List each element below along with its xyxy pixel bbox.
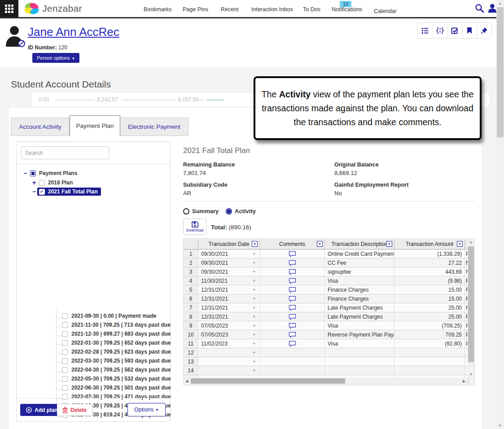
comments-cell[interactable] — [260, 348, 325, 357]
payment-plans-checkbox[interactable] — [30, 171, 36, 176]
installment-checkbox[interactable] — [62, 322, 68, 328]
filter-icon[interactable]: ▼ — [252, 241, 258, 247]
dropdown-arrow-icon[interactable]: ▼ — [253, 333, 256, 336]
radio-activity[interactable]: Activity — [226, 208, 256, 214]
radio-unselected-icon[interactable] — [183, 208, 189, 214]
comment-bubble-icon[interactable] — [289, 332, 296, 338]
filter-icon[interactable]: ▼ — [386, 241, 392, 247]
tab-electronic-payment[interactable]: Electronic Payment — [120, 118, 188, 136]
comment-bubble-icon[interactable] — [289, 323, 296, 329]
transaction-date-cell[interactable]: ▼ — [198, 366, 260, 375]
transaction-row[interactable]: 612/31/2021▼Finance Charges15.00F — [184, 294, 468, 303]
installment-checkbox[interactable] — [62, 367, 68, 373]
comments-cell[interactable] — [260, 366, 325, 375]
dropdown-arrow-icon[interactable]: ▼ — [253, 288, 256, 291]
scroll-down-arrow-icon[interactable]: ▼ — [496, 422, 504, 429]
installment-checkbox[interactable] — [62, 340, 68, 346]
transaction-date-cell[interactable]: 07/05/2023▼ — [198, 321, 260, 330]
nav-interaction-inbox[interactable]: Interaction Inbox — [251, 6, 293, 13]
radio-summary[interactable]: Summary — [183, 208, 219, 214]
nav-page-pins[interactable]: Page Pins — [183, 6, 208, 13]
tree-installment-item[interactable]: 2022-01-30 | 709.25 | 652 days past due — [56, 338, 171, 347]
scroll-right-arrow-icon[interactable]: ▶ — [461, 379, 467, 383]
dropdown-arrow-icon[interactable]: ▼ — [253, 360, 256, 363]
transaction-date-cell[interactable]: ▼ — [198, 357, 260, 366]
installment-checkbox[interactable] — [62, 385, 68, 391]
dropdown-arrow-icon[interactable]: ▼ — [253, 279, 256, 282]
comments-cell[interactable] — [260, 276, 325, 285]
transaction-row[interactable]: 14▼ — [184, 366, 468, 375]
search-input[interactable] — [21, 146, 109, 159]
dropdown-arrow-icon[interactable]: ▼ — [253, 342, 256, 345]
tree-installment-item[interactable]: 2022-03-30 | 709.25 | 593 days past due — [56, 356, 171, 365]
installment-checkbox[interactable] — [62, 358, 68, 364]
tree-installment-item[interactable]: 2022-04-30 | 709.25 | 562 days past due — [56, 365, 171, 374]
transaction-date-cell[interactable]: ▼ — [198, 348, 260, 357]
installment-checkbox[interactable] — [62, 313, 68, 319]
page-scrollbar-thumb[interactable] — [497, 7, 504, 137]
apps-menu-button[interactable] — [0, 0, 18, 17]
comment-bubble-icon[interactable] — [289, 269, 296, 275]
brand-logo[interactable]: Jenzabar — [23, 2, 82, 15]
tree-installment-item[interactable]: 2022-05-30 | 709.25 | 532 days past due — [56, 374, 171, 383]
dropdown-arrow-icon[interactable]: ▼ — [253, 324, 256, 327]
transaction-row[interactable]: 512/31/2021▼Finance Charges15.00F — [184, 285, 468, 294]
dropdown-arrow-icon[interactable]: ▼ — [253, 261, 256, 264]
dropdown-arrow-icon[interactable]: ▼ — [253, 306, 256, 309]
comment-bubble-icon[interactable] — [289, 287, 296, 293]
scroll-down-arrow-icon[interactable]: ▼ — [468, 372, 474, 378]
comments-cell[interactable] — [260, 357, 325, 366]
tree-node-2021-fall-total-plan[interactable]: − 2021 Fall Total Plan — [31, 187, 101, 196]
tree-installment-item[interactable]: 2021-11-30 | 709.25 | 713 days past due — [56, 320, 171, 329]
transaction-date-cell[interactable]: 12/31/2021▼ — [198, 285, 260, 294]
transaction-row[interactable]: 812/31/2021▼Late Payment Charges25.00F — [184, 312, 468, 321]
dropdown-arrow-icon[interactable]: ▼ — [253, 351, 256, 354]
tree-installment-item[interactable]: 2022-02-28 | 709.25 | 623 days past due — [56, 347, 171, 356]
transaction-row[interactable]: 309/30/2021▼signupfee443.69N — [184, 267, 468, 276]
tree-node-payment-plans[interactable]: − Payment Plans — [22, 169, 77, 178]
radio-selected-icon[interactable] — [226, 208, 232, 214]
header-transaction-date[interactable]: Transaction Date ▼ — [198, 239, 260, 249]
transaction-row[interactable]: 209/30/2021▼CC Fee27.22N — [184, 258, 468, 267]
comment-bubble-icon[interactable] — [289, 314, 296, 320]
transaction-row[interactable]: 1111/02/2023▼Visa(92.80)P — [184, 339, 468, 348]
plan-2018-checkbox[interactable] — [39, 180, 45, 186]
comment-bubble-icon[interactable] — [289, 341, 296, 347]
comments-cell[interactable] — [260, 250, 325, 258]
transaction-date-cell[interactable]: 11/30/2021▼ — [198, 276, 260, 285]
comments-cell[interactable] — [260, 330, 325, 339]
header-comments[interactable]: Comments ▼ — [260, 239, 325, 249]
nav-calendar[interactable]: Calendar — [374, 8, 397, 14]
transaction-date-cell[interactable]: 07/05/2023▼ — [198, 330, 260, 339]
delete-plan-button[interactable]: Delete — [57, 404, 92, 416]
comments-cell[interactable] — [260, 258, 325, 267]
comments-cell[interactable] — [260, 267, 325, 276]
installment-checkbox[interactable] — [62, 331, 68, 337]
transaction-date-cell[interactable]: 12/31/2021▼ — [198, 303, 260, 312]
filter-icon[interactable]: ▼ — [317, 241, 323, 247]
transaction-date-cell[interactable]: 12/31/2021▼ — [198, 294, 260, 303]
comment-bubble-icon[interactable] — [289, 278, 296, 284]
header-transaction-amount[interactable]: Transaction Amount ▼ — [394, 239, 465, 249]
comments-cell[interactable] — [260, 312, 325, 321]
installment-checkbox[interactable] — [62, 376, 68, 382]
pin-button[interactable] — [477, 23, 491, 38]
comment-bubble-icon[interactable] — [289, 251, 296, 257]
comments-cell[interactable] — [260, 294, 325, 303]
options-button[interactable]: Options▼ — [127, 403, 166, 416]
dropdown-arrow-icon[interactable]: ▼ — [253, 270, 256, 273]
scroll-up-arrow-icon[interactable]: ▲ — [496, 0, 504, 7]
comments-cell[interactable] — [260, 303, 325, 312]
tab-account-activity[interactable]: Account Activity — [11, 118, 70, 136]
comment-bubble-icon[interactable] — [289, 296, 296, 302]
tasks-button[interactable] — [447, 23, 462, 38]
filter-icon[interactable]: ▼ — [457, 241, 463, 247]
transaction-date-cell[interactable]: 09/30/2021▼ — [198, 267, 260, 276]
dropdown-arrow-icon[interactable]: ▼ — [253, 369, 256, 372]
scrollbar-thumb[interactable] — [468, 246, 474, 362]
transaction-date-cell[interactable]: 09/30/2021▼ — [198, 250, 260, 258]
transaction-row[interactable]: 13▼ — [184, 357, 468, 366]
transaction-row[interactable]: 411/30/2021▼Visa(9.98)P — [184, 276, 468, 285]
scroll-left-arrow-icon[interactable]: ◀ — [184, 379, 190, 383]
comment-bubble-icon[interactable] — [289, 305, 296, 311]
